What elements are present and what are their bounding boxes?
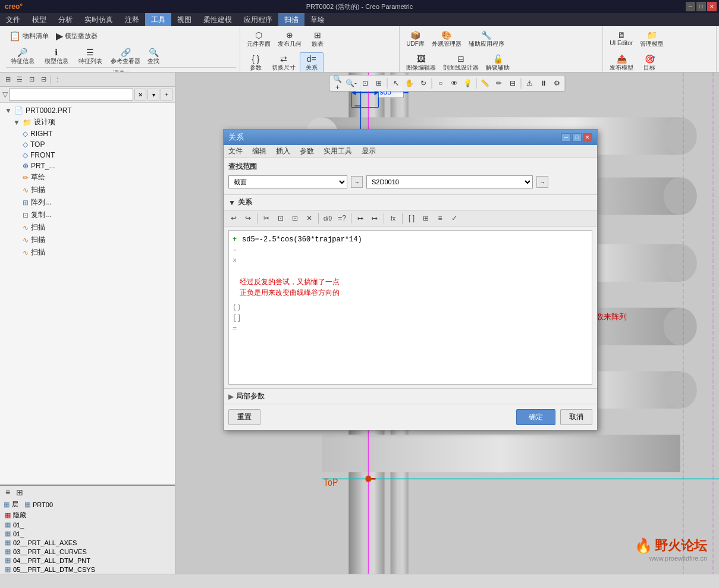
search-clear[interactable]: ✕ [134,89,146,100]
btn-sort[interactable]: d/0 [321,212,334,225]
layer-item-curves[interactable]: ▦ 03__PRT_ALL_CURVES [2,547,172,556]
btn-redo[interactable]: ↪ [241,212,255,225]
btn-switch-dim[interactable]: ⇄ 切换尺寸 [269,52,299,73]
btn-appearance[interactable]: 🎨 外观管理器 [429,29,464,50]
menu-scan[interactable]: 扫描 [278,13,304,26]
btn-delete[interactable]: ✕ [303,212,316,225]
btn-aux-app[interactable]: 🔧 辅助应用程序 [466,29,507,50]
rel-editor[interactable]: + sd5=-2.5*cos(360*trajpar*14) - × [228,230,592,385]
maximize-button[interactable]: □ [696,2,706,11]
btn-tree-view3[interactable]: ⊟ [38,74,49,85]
search-input[interactable] [9,89,133,100]
dialog-menu-utilities[interactable]: 实用工具 [319,145,357,158]
btn-copy-btn[interactable]: ⊡ [274,212,287,225]
dialog-menu-file[interactable]: 文件 [224,145,247,158]
layer-item-dtmcsys[interactable]: ▦ 05__PRT_ALL_DTM_CSYS [2,565,172,574]
tree-item-scan3[interactable]: ∿ 扫描 [20,234,172,246]
btn-params[interactable]: { } 参数 [244,52,268,73]
btn-component-interface[interactable]: ⬡ 元件界面 [244,29,274,50]
btn-bracket[interactable]: [ ] [405,212,418,225]
btn-relation[interactable]: d= 关系 [300,52,324,73]
search-options[interactable]: ▾ [147,89,159,100]
btn-cut[interactable]: ✂ [260,212,273,225]
btn-undo[interactable]: ↩ [227,212,240,225]
btn-apply[interactable]: ✓ [448,212,461,225]
scope-select[interactable]: 截面 [228,175,347,188]
tree-item-right[interactable]: ◇ RIGHT [20,128,172,139]
minimize-button[interactable]: ─ [686,2,695,11]
menu-model[interactable]: 模型 [26,13,52,26]
btn-tree-expand[interactable]: ⊞ [2,74,13,85]
menu-tools[interactable]: 工具 [145,13,171,26]
dialog-minimize-btn[interactable]: ─ [561,133,571,142]
btn-publish-geo[interactable]: ⊕ 发布几何 [275,29,304,50]
btn-tree-view2[interactable]: ⊡ [26,74,37,85]
btn-layer-view1[interactable]: ≡ [2,487,13,498]
btn-comment[interactable]: ≡ [434,212,447,225]
btn-tree-cols[interactable]: ⋮ [52,74,62,85]
dialog-menu-display[interactable]: 显示 [357,145,381,158]
btn-model-replay[interactable]: ▶ 模型播放器 [53,29,101,43]
menu-simulation[interactable]: 实时仿真 [79,13,119,26]
btn-insert-dim[interactable]: ↦ [354,212,367,225]
tree-item-scan2[interactable]: ∿ 扫描 [20,221,172,234]
layer-item-axes[interactable]: ▦ 02__PRT_ALL_AXES [2,538,172,547]
btn-find[interactable]: 🔍 查找 [145,46,162,67]
btn-hatch-designer[interactable]: ⊟ 剖面线设计器 [440,52,482,73]
btn-cancel[interactable]: 取消 [560,409,592,425]
scope-right-select[interactable]: S2D0010 [366,175,533,188]
tree-item-prt[interactable]: ⊕ PRT_... [20,161,172,171]
tree-item-copy[interactable]: ⊡ 复制... [20,209,172,221]
tree-item-sketch[interactable]: ✏ 草绘 [20,171,172,184]
layer-item-dtmpnt[interactable]: ▦ 04__PRT_ALL_DTM_PNT [2,556,172,565]
btn-family-table[interactable]: ⊞ 族表 [306,29,329,50]
btn-ui-editor[interactable]: 🖥 UI Editor [607,29,636,50]
scope-arrow-btn[interactable]: → [351,176,363,188]
btn-bom[interactable]: 📋 物料清单 [6,29,52,43]
btn-feature-list[interactable]: ☰ 特征列表 [74,46,106,67]
layer-item-01a[interactable]: ▦ 01_ [2,520,172,529]
menu-analysis[interactable]: 分析 [52,13,79,26]
btn-reset[interactable]: 重置 [228,409,260,425]
local-params-section[interactable]: ▶ 局部参数 [224,388,597,404]
btn-insert-param[interactable]: ↦ [368,212,381,225]
menu-view[interactable]: 视图 [171,13,197,26]
search-add[interactable]: + [161,89,172,100]
dialog-restore-btn[interactable]: □ [572,133,582,142]
btn-feature-info[interactable]: 🔎 特征信息 [6,46,39,67]
btn-udf[interactable]: 📦 UDF库 [403,29,428,50]
menu-flexible[interactable]: 柔性建模 [197,13,238,26]
scope-right-arrow-btn[interactable]: → [536,176,548,188]
layer-item-hidden[interactable]: ▦ 隐藏 [2,510,172,520]
menu-sketch[interactable]: 草绘 [304,13,331,26]
btn-paste[interactable]: ⊡ [288,212,302,225]
dialog-close-btn[interactable]: ✕ [583,133,592,142]
tree-item-design[interactable]: ▼ 📁 设计项 [11,116,172,128]
btn-matrix[interactable]: ⊞ [419,212,432,225]
btn-layer-view2[interactable]: ⊞ [14,487,25,498]
tree-item-scan4[interactable]: ∿ 扫描 [20,246,172,259]
btn-publish-model[interactable]: 📤 发布模型 [607,52,636,73]
btn-functions[interactable]: fx [387,212,400,225]
btn-target[interactable]: 🎯 目标 [638,52,661,73]
tree-item-root[interactable]: ▼ 📄 PRT0002.PRT [2,105,172,116]
dialog-menu-insert[interactable]: 插入 [271,145,295,158]
btn-verify[interactable]: =? [335,212,348,225]
btn-ok[interactable]: 确定 [516,409,555,425]
menu-annotation[interactable]: 注释 [119,13,145,26]
btn-tree-view1[interactable]: ☰ [14,74,25,85]
close-button[interactable]: ✕ [707,2,717,11]
btn-model-info[interactable]: ℹ 模型信息 [40,46,73,67]
btn-ref-viewer[interactable]: 🔗 参考查看器 [108,46,143,67]
btn-manage-model[interactable]: 📁 管理模型 [637,29,667,50]
dialog-menu-edit[interactable]: 编辑 [247,145,271,158]
tree-item-front[interactable]: ◇ FRONT [20,150,172,161]
layer-item-01b[interactable]: ▦ 01_ [2,529,172,538]
tree-item-top[interactable]: ◇ TOP [20,139,172,150]
btn-image-editor[interactable]: 🖼 图像编辑器 [403,52,439,73]
btn-unlock-aux[interactable]: 🔓 解锁辅助 [483,52,513,73]
dialog-menu-params[interactable]: 参数 [295,145,319,158]
menu-file[interactable]: 文件 [0,13,26,26]
menu-applications[interactable]: 应用程序 [238,13,278,26]
window-controls[interactable]: ─ □ ✕ [686,2,717,11]
